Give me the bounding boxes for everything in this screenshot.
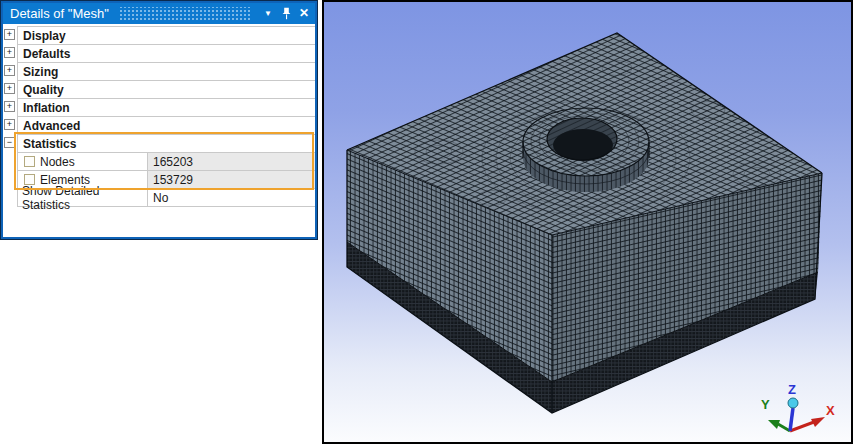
details-panel-titlebar[interactable]: Details of "Mesh" ▼ ✕: [3, 3, 315, 24]
property-value-dropdown[interactable]: No: [148, 189, 315, 206]
section-row-quality[interactable]: Quality: [18, 81, 315, 99]
checkbox[interactable]: [24, 156, 35, 167]
section-label: Advanced: [18, 119, 80, 133]
expander-icon[interactable]: −: [4, 137, 15, 148]
section-row-advanced[interactable]: Advanced: [18, 117, 315, 135]
expander-icon[interactable]: +: [4, 83, 15, 94]
property-label: Show Detailed Statistics: [22, 184, 147, 212]
expander-icon[interactable]: +: [4, 65, 15, 76]
orientation-triad[interactable]: X Y Z: [761, 382, 835, 431]
pin-icon-glyph: [282, 7, 291, 20]
z-axis[interactable]: [790, 408, 793, 431]
property-label-cell: Nodes: [18, 153, 148, 170]
section-label: Quality: [18, 83, 64, 97]
details-panel: Details of "Mesh" ▼ ✕ + + + + + + − Disp…: [1, 1, 317, 239]
window-menu-icon[interactable]: ▼: [259, 3, 277, 24]
titlebar-grip-texture: [119, 7, 251, 20]
z-axis-sphere[interactable]: [788, 398, 798, 408]
section-label: Sizing: [18, 65, 58, 79]
geometry-viewport[interactable]: X Y Z: [322, 0, 853, 444]
details-grid: Display Defaults Sizing Quality Inflatio…: [17, 26, 315, 207]
y-axis-arrow[interactable]: [768, 420, 780, 429]
expander-icon[interactable]: +: [4, 101, 15, 112]
y-axis-label: Y: [761, 397, 770, 412]
expander-icon[interactable]: +: [4, 47, 15, 58]
close-icon[interactable]: ✕: [295, 3, 313, 24]
section-row-inflation[interactable]: Inflation: [18, 99, 315, 117]
3d-view-canvas[interactable]: X Y Z: [324, 2, 851, 442]
expander-icon[interactable]: +: [4, 29, 15, 40]
x-axis-arrow[interactable]: [811, 417, 825, 427]
expander-icon[interactable]: +: [4, 119, 15, 130]
x-axis-label: X: [826, 403, 835, 418]
property-label: Nodes: [40, 155, 75, 169]
section-label: Statistics: [18, 137, 76, 151]
panel-title: Details of "Mesh": [3, 6, 109, 21]
pin-icon[interactable]: [277, 3, 295, 24]
section-row-statistics[interactable]: Statistics: [18, 135, 315, 153]
cylinder-boss: [523, 108, 649, 192]
section-row-sizing[interactable]: Sizing: [18, 63, 315, 81]
mesh-block: [347, 33, 822, 413]
property-value: 165203: [148, 153, 315, 170]
section-label: Defaults: [18, 47, 70, 61]
property-label-cell: Show Detailed Statistics: [18, 189, 148, 206]
property-value: 153729: [148, 171, 315, 188]
section-row-display[interactable]: Display: [18, 27, 315, 45]
section-row-defaults[interactable]: Defaults: [18, 45, 315, 63]
z-axis-label: Z: [788, 382, 796, 397]
property-row-nodes: Nodes 165203: [18, 153, 315, 171]
ansys-mechanical-window: Details of "Mesh" ▼ ✕ + + + + + + − Disp…: [0, 0, 853, 444]
section-label: Inflation: [18, 101, 70, 115]
section-label: Display: [18, 29, 66, 43]
property-row-show-detailed-statistics: Show Detailed Statistics No: [18, 189, 315, 207]
